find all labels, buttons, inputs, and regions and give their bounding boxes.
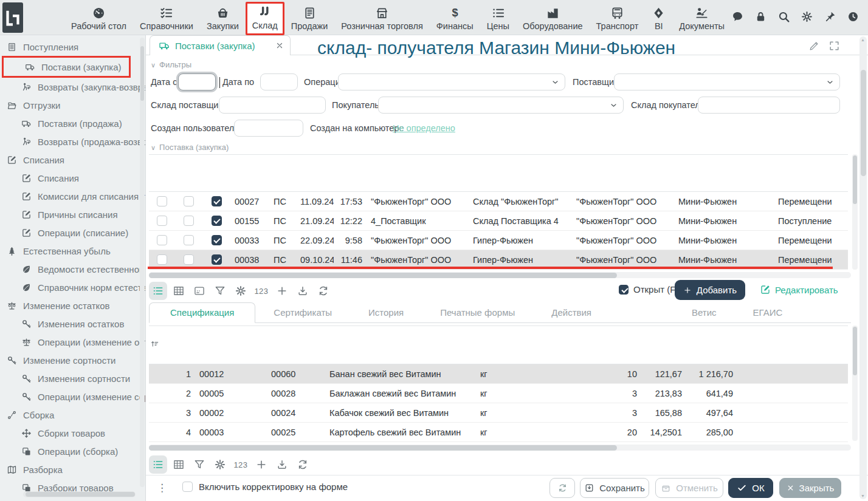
detail-tab[interactable]: ЕГАИС [735,303,801,322]
topbar-menu-item[interactable]: Продажи [284,3,335,35]
detail-tab[interactable]: История [350,303,422,322]
spec-settings-button[interactable] [211,455,229,474]
mark-checkbox[interactable] [157,235,167,245]
spec-list-view-button[interactable] [149,455,167,474]
open-checkbox[interactable] [619,285,629,295]
detail-tab[interactable]: Действия [533,303,610,322]
posted-checkbox[interactable] [212,254,222,265]
column-header[interactable] [195,326,267,365]
lock-button[interactable] [754,10,767,25]
sidebar-item[interactable]: Ведомости естественной у [0,260,145,278]
sidebar-item[interactable]: Отгрузки [0,96,145,114]
sidebar-item[interactable]: Естественная убыль [0,242,145,260]
detail-tab[interactable]: Спецификация [149,302,255,323]
more-menu-icon[interactable] [157,482,164,494]
export-button[interactable] [294,282,312,300]
sidebar-vertical-scrollbar[interactable] [140,38,145,487]
column-header[interactable] [325,326,476,365]
closed-checkbox[interactable] [184,235,194,245]
doc-horizontal-scrollbar[interactable] [149,272,851,278]
doc-section-toggle[interactable]: Поставка (закупка) [151,143,229,152]
posted-checkbox[interactable] [212,235,222,245]
mark-checkbox[interactable] [157,216,167,226]
pin-button[interactable] [824,10,836,25]
edit-pencil-icon[interactable] [808,40,820,52]
column-header[interactable] [367,155,469,193]
card-view-button[interactable] [190,282,208,300]
fullscreen-icon[interactable] [828,40,840,52]
column-header[interactable] [165,326,195,365]
spec-add-button[interactable] [252,455,270,474]
close-tab-icon[interactable] [275,41,284,50]
table-row[interactable]: 00027 ПС 11.09.24 17:53 "ФьюженТорг" ООО… [149,192,848,211]
operation-select[interactable] [338,73,565,90]
table-row[interactable]: 00155 ПС 21.09.24 12:22 4_Поставщик Скла… [149,211,848,231]
chat-button[interactable] [731,10,744,25]
sidebar-item[interactable]: Операции (изменение сор [0,387,145,406]
sidebar-item[interactable]: Разборка [0,460,145,479]
filters-section-toggle[interactable]: Фильтры [151,60,191,69]
detail-tab[interactable]: Ветис [673,303,735,322]
sidebar-horizontal-scrollbar[interactable] [23,491,136,497]
closed-checkbox[interactable] [184,196,194,206]
history-button[interactable] [847,10,859,25]
list-view-button[interactable] [149,282,167,300]
footer-refresh-button[interactable] [549,478,575,498]
column-header[interactable] [641,326,686,365]
spec-numbering-button[interactable]: 123 [232,455,250,474]
sidebar-item[interactable]: Справочник норм естестве [0,278,145,296]
sidebar-item[interactable]: Операции (изменение оста [0,333,145,351]
column-header[interactable] [601,326,641,365]
topbar-menu-item[interactable]: Цены [480,3,516,35]
column-header[interactable] [230,155,269,193]
topbar-menu-item[interactable]: Транспорт [590,3,646,35]
spec-export-button[interactable] [273,455,291,474]
grid-view-button[interactable] [170,282,188,300]
topbar-menu-item[interactable]: Документы [672,3,731,35]
sidebar-item[interactable]: Поступления [0,38,145,56]
spec-vertical-scrollbar[interactable] [852,325,858,441]
topbar-menu-item[interactable]: Оборудование [516,3,590,35]
closed-checkbox[interactable] [184,216,194,226]
sidebar-item[interactable]: Списания [0,151,145,169]
add-column-button[interactable] [273,282,291,300]
sidebar-item[interactable]: Комиссии для списания то [0,187,145,205]
sidebar-item[interactable]: Сборка [0,406,145,424]
posted-checkbox[interactable] [212,216,222,226]
Баклажан свежий вес Витамин[interactable]: 2 00005 00028 Баклажан свежий вес Витами… [149,384,848,403]
mark-checkbox[interactable] [157,196,167,206]
spec-horizontal-scrollbar[interactable] [149,445,851,451]
spec-filter-button[interactable] [190,455,208,474]
open-checkbox-field[interactable]: Открыт (F6) [619,284,684,295]
Кабачок свежий вес Витамин[interactable]: 3 00002 00024 Кабачок свежий вес Витамин… [149,403,848,423]
adjust-checkbox-field[interactable]: Включить корректировку на форме [182,482,348,492]
spec-grid-view-button[interactable] [170,455,188,474]
sidebar-item[interactable]: Причины списания [0,205,145,223]
sidebar-item[interactable]: Поставки (закупка) [2,56,131,78]
column-header[interactable] [824,326,848,365]
topbar-menu-item[interactable]: Закупки [200,3,246,35]
spec-reload-button[interactable] [294,455,312,474]
sidebar-item[interactable]: Возвраты (закупка-возврат [0,78,145,96]
column-header[interactable] [476,326,504,365]
supplier-warehouse-input[interactable] [219,97,326,114]
column-header[interactable] [267,326,325,365]
edit-link[interactable]: Редактировать [760,284,838,295]
sidebar-item[interactable]: Операции (сборка) [0,442,145,460]
column-header[interactable] [202,155,230,193]
settings-button[interactable] [801,10,813,25]
sidebar-item[interactable]: Изменения остатков [0,315,145,333]
topbar-menu-item[interactable]: Розничная торговля [334,3,430,35]
mark-checkbox[interactable] [157,254,167,265]
sidebar-item[interactable]: Списания [0,169,145,187]
column-header[interactable] [469,155,572,193]
closed-checkbox[interactable] [184,254,194,265]
doc-vertical-scrollbar[interactable] [852,154,858,270]
buyer-select[interactable] [378,97,624,114]
column-header[interactable] [785,326,824,365]
reload-button[interactable] [314,282,332,300]
detail-tab[interactable]: Печатные формы [422,303,533,322]
column-header[interactable] [686,326,737,365]
detail-tab[interactable]: Сертификаты [255,303,350,322]
topbar-menu-item[interactable]: Справочники [133,3,200,35]
